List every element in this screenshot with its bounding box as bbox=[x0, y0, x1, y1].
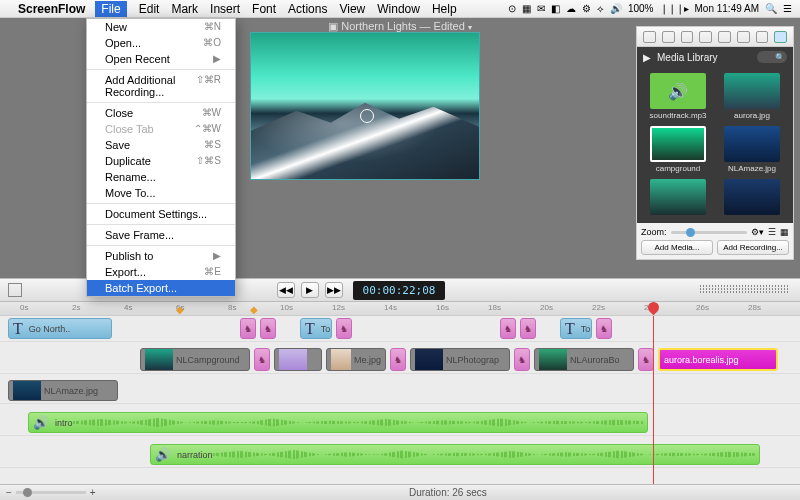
menu-edit[interactable]: Edit bbox=[139, 2, 160, 16]
menu-item-batch-export-[interactable]: Batch Export... bbox=[87, 280, 235, 296]
menu-item-rename-[interactable]: Rename... bbox=[87, 169, 235, 185]
library-search[interactable]: 🔍 bbox=[757, 51, 787, 63]
canvas-preview[interactable] bbox=[250, 32, 480, 180]
scrubber-mini[interactable] bbox=[700, 285, 790, 295]
clip-action[interactable]: ♞ bbox=[336, 318, 352, 339]
menu-extra-icon[interactable]: ✉ bbox=[537, 3, 545, 14]
track[interactable]: 🔊narration bbox=[0, 442, 800, 468]
track[interactable]: 🔊intro bbox=[0, 410, 800, 436]
clip-video[interactable]: NLCampground bbox=[140, 348, 250, 371]
gear-icon[interactable]: ⚙▾ bbox=[751, 227, 764, 237]
library-item[interactable]: NLAmaze.jpg bbox=[717, 126, 787, 173]
wifi-icon[interactable]: ⟡ bbox=[597, 3, 604, 15]
clip-video[interactable]: NLPhotograp bbox=[410, 348, 510, 371]
menu-file[interactable]: File bbox=[95, 1, 126, 17]
library-item[interactable] bbox=[717, 179, 787, 217]
tab-text-icon[interactable] bbox=[756, 31, 769, 43]
timeline-zoom-slider[interactable] bbox=[16, 491, 86, 494]
tab-audio-icon[interactable] bbox=[662, 31, 675, 43]
library-item[interactable] bbox=[643, 179, 713, 217]
play-button[interactable]: ▶ bbox=[301, 282, 319, 298]
menu-help[interactable]: Help bbox=[432, 2, 457, 16]
app-name[interactable]: ScreenFlow bbox=[18, 2, 85, 16]
clip-audio[interactable]: 🔊narration bbox=[150, 444, 760, 465]
track[interactable]: NLAmaze.jpg bbox=[0, 378, 800, 404]
menu-item-save-frame-[interactable]: Save Frame... bbox=[87, 227, 235, 243]
crop-icon[interactable] bbox=[8, 283, 22, 297]
menu-extra-icon[interactable]: ◧ bbox=[551, 3, 560, 14]
add-media-button[interactable]: Add Media... bbox=[641, 240, 713, 255]
timeline-ruler[interactable]: 0s2s4s6s8s10s12s14s16s18s20s22s24s26s28s… bbox=[0, 302, 800, 316]
battery-text[interactable]: 100% bbox=[628, 3, 654, 14]
clip-action[interactable]: ♞ bbox=[596, 318, 612, 339]
tab-annot-icon[interactable] bbox=[737, 31, 750, 43]
selection-handle-icon[interactable] bbox=[360, 109, 374, 123]
disclosure-icon[interactable]: ▶ bbox=[643, 52, 651, 63]
zoom-out-icon[interactable]: − bbox=[6, 487, 12, 498]
clip-title[interactable]: TGo North.. bbox=[8, 318, 112, 339]
menu-view[interactable]: View bbox=[339, 2, 365, 16]
clip-action[interactable]: ♞ bbox=[260, 318, 276, 339]
tab-callout-icon[interactable] bbox=[699, 31, 712, 43]
clip-title[interactable]: TTo bbox=[560, 318, 592, 339]
clip-title[interactable]: TTo bbox=[300, 318, 332, 339]
track[interactable]: NLCampground♞Me.jpg♞NLPhotograp♞NLAurora… bbox=[0, 346, 800, 374]
clip-action[interactable]: ♞ bbox=[638, 348, 654, 371]
library-item[interactable]: 🔊soundtrack.mp3 bbox=[643, 73, 713, 120]
zoom-slider[interactable] bbox=[671, 231, 747, 234]
notification-icon[interactable]: ☰ bbox=[783, 3, 792, 14]
clip-action[interactable]: ♞ bbox=[520, 318, 536, 339]
marker-icon[interactable]: ◆ bbox=[250, 304, 258, 315]
tab-touch-icon[interactable] bbox=[718, 31, 731, 43]
clip-video[interactable]: NLAuroraBo bbox=[534, 348, 634, 371]
clip-video[interactable]: Me.jpg bbox=[326, 348, 386, 371]
menu-actions[interactable]: Actions bbox=[288, 2, 327, 16]
battery-icon[interactable]: ❘❘❘▸ bbox=[660, 3, 689, 14]
clock[interactable]: Mon 11:49 AM bbox=[695, 3, 759, 14]
menu-item-new[interactable]: New⌘N bbox=[87, 19, 235, 35]
clip-action[interactable]: ♞ bbox=[514, 348, 530, 371]
menu-extra-icon[interactable]: ☁ bbox=[566, 3, 576, 14]
menu-item-publish-to[interactable]: Publish to▶ bbox=[87, 248, 235, 264]
menu-item-add-additional-recording-[interactable]: Add Additional Recording...⇧⌘R bbox=[87, 72, 235, 100]
menu-mark[interactable]: Mark bbox=[171, 2, 198, 16]
menu-window[interactable]: Window bbox=[377, 2, 420, 16]
list-view-icon[interactable]: ☰ bbox=[768, 227, 776, 237]
add-recording-button[interactable]: Add Recording... bbox=[717, 240, 789, 255]
clip-action[interactable]: ♞ bbox=[500, 318, 516, 339]
menu-item-open-recent[interactable]: Open Recent▶ bbox=[87, 51, 235, 67]
clip-action[interactable]: ♞ bbox=[390, 348, 406, 371]
menu-item-duplicate[interactable]: Duplicate⇧⌘S bbox=[87, 153, 235, 169]
menu-item-close[interactable]: Close⌘W bbox=[87, 105, 235, 121]
clip-selected[interactable]: aurora.borealis.jpg bbox=[658, 348, 778, 371]
track[interactable]: TGo North..♞♞TTo♞♞♞TTo♞ bbox=[0, 316, 800, 342]
spotlight-icon[interactable]: 🔍 bbox=[765, 3, 777, 14]
zoom-in-icon[interactable]: + bbox=[90, 487, 96, 498]
menu-item-move-to-[interactable]: Move To... bbox=[87, 185, 235, 201]
menu-extra-icon[interactable]: ⊙ bbox=[508, 3, 516, 14]
volume-icon[interactable]: 🔊 bbox=[610, 3, 622, 14]
tab-video-icon[interactable] bbox=[643, 31, 656, 43]
menu-item-save[interactable]: Save⌘S bbox=[87, 137, 235, 153]
playhead[interactable] bbox=[653, 316, 654, 484]
clip-audio[interactable]: 🔊intro bbox=[28, 412, 648, 433]
tab-screen-icon[interactable] bbox=[681, 31, 694, 43]
forward-button[interactable]: ▶▶ bbox=[325, 282, 343, 298]
menu-insert[interactable]: Insert bbox=[210, 2, 240, 16]
menu-extra-icon[interactable]: ▦ bbox=[522, 3, 531, 14]
clip-video[interactable]: NLAmaze.jpg bbox=[8, 380, 118, 401]
grid-view-icon[interactable]: ▦ bbox=[780, 227, 789, 237]
marker-icon[interactable]: ◆ bbox=[176, 304, 184, 315]
menu-font[interactable]: Font bbox=[252, 2, 276, 16]
clip-action[interactable]: ♞ bbox=[240, 318, 256, 339]
rewind-button[interactable]: ◀◀ bbox=[277, 282, 295, 298]
library-item[interactable]: campground bbox=[643, 126, 713, 173]
menu-extra-icon[interactable]: ⚙ bbox=[582, 3, 591, 14]
clip-video[interactable] bbox=[274, 348, 322, 371]
tab-media-library-icon[interactable] bbox=[774, 31, 787, 43]
menu-item-open-[interactable]: Open...⌘O bbox=[87, 35, 235, 51]
menu-item-export-[interactable]: Export...⌘E bbox=[87, 264, 235, 280]
menu-item-document-settings-[interactable]: Document Settings... bbox=[87, 206, 235, 222]
clip-action[interactable]: ♞ bbox=[254, 348, 270, 371]
library-item[interactable]: aurora.jpg bbox=[717, 73, 787, 120]
